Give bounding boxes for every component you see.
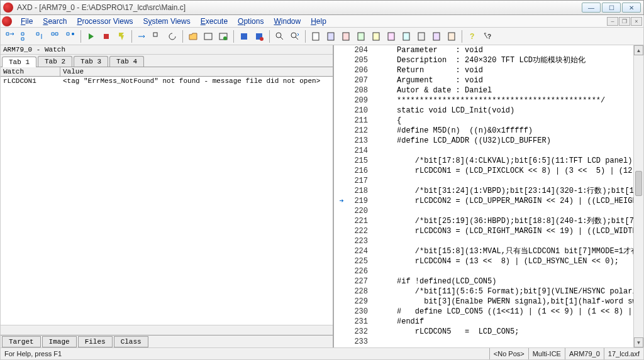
- gutter[interactable]: [334, 307, 349, 317]
- gutter[interactable]: [334, 276, 349, 286]
- gutter[interactable]: [334, 75, 349, 85]
- code-line[interactable]: 210 static void LCD_Init(void): [334, 106, 633, 116]
- gutter[interactable]: [334, 317, 349, 327]
- code-line[interactable]: 228 /*bit[11](5:6:5 Format);bit[9](VLINE…: [334, 286, 633, 297]
- code-line[interactable]: 226: [334, 266, 633, 276]
- show-pc-button[interactable]: [135, 30, 149, 43]
- gutter[interactable]: [334, 226, 349, 236]
- refresh-button[interactable]: [165, 30, 179, 43]
- gutter[interactable]: [334, 327, 349, 337]
- gutter[interactable]: [334, 337, 349, 347]
- menu-system-views[interactable]: System Views: [138, 16, 196, 27]
- watch-row[interactable]: rLCDCON1 <tag "ErrMess_NotFound" not fou…: [1, 77, 333, 85]
- step-out-button[interactable]: [33, 30, 47, 43]
- code-line[interactable]: 212 #define M5D(n) ((n)&0x1fffff): [334, 126, 633, 136]
- watch-hscroll[interactable]: [1, 325, 333, 335]
- gutter[interactable]: [334, 176, 349, 186]
- view-registers-button[interactable]: [339, 30, 353, 43]
- step-in-button[interactable]: [3, 30, 17, 43]
- gutter[interactable]: [334, 146, 349, 156]
- code-line[interactable]: 230 # define LCD_CON5 ((1<<11) | (1 << 9…: [334, 307, 633, 317]
- gutter[interactable]: [334, 95, 349, 106]
- code-line[interactable]: 218 /*bit[31:24](1:VBPD);bit[23:14](320-…: [334, 186, 633, 196]
- code-line[interactable]: ➔219 rLCDCON2 = (LCD_UPPER_MARGIN << 24)…: [334, 196, 633, 206]
- code-line[interactable]: 225 rLCDCON4 = (13 << 8) | (LCD_HSYNC_LE…: [334, 256, 633, 266]
- code-line[interactable]: 207 Argument : void: [334, 75, 633, 85]
- watch-tab-1[interactable]: Tab 1: [2, 57, 36, 67]
- gutter[interactable]: [334, 136, 349, 146]
- mdi-restore[interactable]: ❐: [619, 17, 630, 26]
- gutter[interactable]: [334, 126, 349, 136]
- stop-time-button[interactable]: [114, 30, 128, 43]
- stop-button[interactable]: [99, 30, 113, 43]
- step-over-button[interactable]: [18, 30, 32, 43]
- show-context-button[interactable]: [150, 30, 164, 43]
- view-stack-button[interactable]: [399, 30, 413, 43]
- menu-options[interactable]: Options: [233, 16, 269, 27]
- code-line[interactable]: 234 /*: [334, 347, 633, 347]
- gutter[interactable]: [334, 85, 349, 95]
- code-line[interactable]: 217: [334, 176, 633, 186]
- minimize-button[interactable]: —: [582, 3, 601, 13]
- view-watch-button[interactable]: [369, 30, 383, 43]
- toggle-bp-button[interactable]: [64, 30, 77, 43]
- code-vscroll[interactable]: ▲ ▼: [633, 45, 643, 347]
- maximize-button[interactable]: ☐: [602, 3, 621, 13]
- view-cli-button[interactable]: [445, 30, 458, 43]
- view-disasm-button[interactable]: [324, 30, 338, 43]
- code-line[interactable]: 233: [334, 337, 633, 347]
- watch-tab-2[interactable]: Tab 2: [38, 56, 72, 67]
- gutter[interactable]: [334, 256, 349, 266]
- gutter[interactable]: [334, 236, 349, 246]
- code-line[interactable]: 223: [334, 236, 633, 246]
- help-button[interactable]: ?: [465, 30, 479, 43]
- code-line[interactable]: 227 #if !defined(LCD_CON5): [334, 276, 633, 286]
- find-button[interactable]: [273, 30, 287, 43]
- mdi-close[interactable]: ×: [631, 17, 642, 26]
- code-view[interactable]: 204 Parameter : void205 Description : 24…: [334, 45, 633, 347]
- gutter[interactable]: [334, 106, 349, 116]
- watch-tab-3[interactable]: Tab 3: [74, 56, 108, 67]
- gutter[interactable]: ➔: [334, 196, 349, 206]
- gutter[interactable]: [334, 45, 349, 55]
- load-image-button[interactable]: [201, 30, 215, 43]
- view-console-button[interactable]: [414, 30, 428, 43]
- code-line[interactable]: 204 Parameter : void: [334, 45, 633, 55]
- tab-files[interactable]: Files: [78, 336, 113, 347]
- run-to-cursor-button[interactable]: [48, 30, 62, 43]
- gutter[interactable]: [334, 65, 349, 75]
- menu-search[interactable]: Search: [38, 16, 72, 27]
- view-output-button[interactable]: [430, 30, 443, 43]
- scroll-down-icon[interactable]: ▼: [634, 337, 643, 347]
- watch-col-watch[interactable]: Watch: [1, 67, 60, 76]
- view-memory-button[interactable]: [354, 30, 368, 43]
- view-source-button[interactable]: [309, 30, 323, 43]
- tab-image[interactable]: Image: [42, 336, 77, 347]
- gutter[interactable]: [334, 216, 349, 226]
- gutter[interactable]: [334, 266, 349, 276]
- code-line[interactable]: 222 rLCDCON3 = (LCD_RIGHT_MARGIN << 19) …: [334, 226, 633, 236]
- scroll-thumb[interactable]: [635, 171, 642, 196]
- code-line[interactable]: 208 Autor & date : Daniel: [334, 85, 633, 95]
- gutter[interactable]: [334, 206, 349, 216]
- watch-col-value[interactable]: Value: [60, 67, 333, 76]
- gutter[interactable]: [334, 297, 349, 307]
- code-line[interactable]: 232 rLCDCON5 = LCD_CON5;: [334, 327, 633, 337]
- code-line[interactable]: 224 /*bit[15:8](13:MVAL,只有当LCDCON1 bit[7…: [334, 246, 633, 256]
- close-button[interactable]: ✕: [622, 3, 641, 13]
- code-line[interactable]: 214: [334, 146, 633, 156]
- context-help-button[interactable]: ?: [480, 30, 494, 43]
- code-line[interactable]: 231 #endif: [334, 317, 633, 327]
- code-line[interactable]: 220: [334, 206, 633, 216]
- code-line[interactable]: 205 Description : 240×320 TFT LCD功能模块初始化: [334, 55, 633, 65]
- gutter[interactable]: [334, 286, 349, 297]
- code-line[interactable]: 229 bit[3](Enalbe PWERN signal),bit[1](h…: [334, 297, 633, 307]
- watch-tab-4[interactable]: Tab 4: [109, 56, 144, 67]
- menu-help[interactable]: Help: [306, 16, 331, 27]
- gutter[interactable]: [334, 55, 349, 65]
- code-line[interactable]: 206 Return : void: [334, 65, 633, 75]
- code-line[interactable]: 216 rLCDCON1 = (LCD_PIXCLOCK << 8) | (3 …: [334, 166, 633, 176]
- save-session-button[interactable]: [252, 30, 266, 43]
- code-line[interactable]: 211 {: [334, 116, 633, 126]
- tab-class[interactable]: Class: [114, 336, 148, 347]
